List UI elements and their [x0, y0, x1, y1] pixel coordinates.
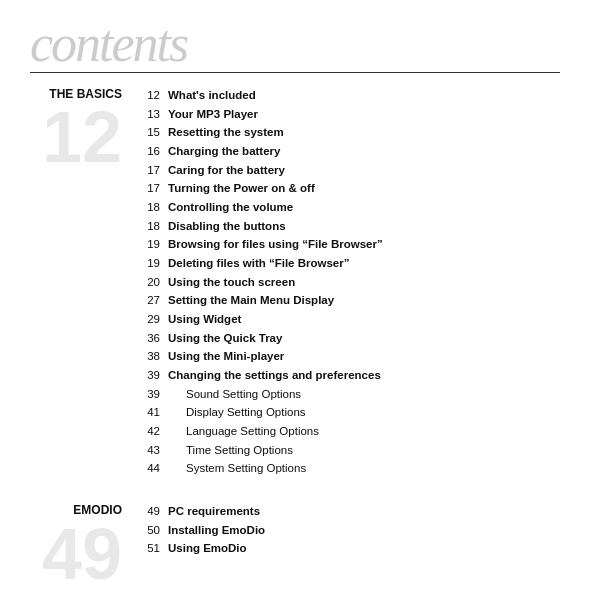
item-text: Using Widget	[168, 311, 560, 328]
item-number: 12	[140, 87, 168, 104]
item-text: Time Setting Options	[168, 442, 560, 459]
item-row: 20Using the touch screen	[140, 274, 560, 291]
item-row: 19Browsing for files using “File Browser…	[140, 236, 560, 253]
item-number: 44	[140, 460, 168, 477]
section-label-col-0: THE BASICS12	[30, 87, 140, 173]
item-row: 36Using the Quick Tray	[140, 330, 560, 347]
item-row: 19Deleting files with “File Browser”	[140, 255, 560, 272]
item-number: 27	[140, 292, 168, 309]
item-row: 29Using Widget	[140, 311, 560, 328]
item-row: 18Controlling the volume	[140, 199, 560, 216]
page: contents THE BASICS1212What's included13…	[0, 0, 590, 589]
item-number: 16	[140, 143, 168, 160]
item-text: Using EmoDio	[168, 540, 560, 557]
item-row: 39Changing the settings and preferences	[140, 367, 560, 384]
item-text: Sound Setting Options	[168, 386, 560, 403]
item-text: Installing EmoDio	[168, 522, 560, 539]
item-number: 42	[140, 423, 168, 440]
item-text: Resetting the system	[168, 124, 560, 141]
item-row: 39Sound Setting Options	[140, 386, 560, 403]
item-row: 50Installing EmoDio	[140, 522, 560, 539]
item-number: 13	[140, 106, 168, 123]
section-0: THE BASICS1212What's included13Your MP3 …	[30, 87, 560, 479]
item-number: 51	[140, 540, 168, 557]
item-number: 43	[140, 442, 168, 459]
section-label-col-1: EMODIO49	[30, 503, 140, 589]
item-number: 39	[140, 386, 168, 403]
item-number: 18	[140, 218, 168, 235]
item-number: 17	[140, 162, 168, 179]
item-number: 41	[140, 404, 168, 421]
sections: THE BASICS1212What's included13Your MP3 …	[30, 87, 560, 589]
item-number: 20	[140, 274, 168, 291]
item-text: Disabling the buttons	[168, 218, 560, 235]
item-number: 19	[140, 236, 168, 253]
item-text: Deleting files with “File Browser”	[168, 255, 560, 272]
item-row: 15Resetting the system	[140, 124, 560, 141]
item-row: 13Your MP3 Player	[140, 106, 560, 123]
item-number: 38	[140, 348, 168, 365]
item-row: 18Disabling the buttons	[140, 218, 560, 235]
title-divider	[30, 72, 560, 73]
item-number: 49	[140, 503, 168, 520]
section-items-0: 12What's included13Your MP3 Player15Rese…	[140, 87, 560, 479]
item-text: Caring for the battery	[168, 162, 560, 179]
item-row: 49PC requirements	[140, 503, 560, 520]
item-text: Setting the Main Menu Display	[168, 292, 560, 309]
item-number: 19	[140, 255, 168, 272]
item-number: 17	[140, 180, 168, 197]
section-big-number-0: 12	[42, 101, 122, 173]
item-row: 51Using EmoDio	[140, 540, 560, 557]
item-row: 38Using the Mini-player	[140, 348, 560, 365]
item-row: 16Charging the battery	[140, 143, 560, 160]
item-row: 12What's included	[140, 87, 560, 104]
item-text: Charging the battery	[168, 143, 560, 160]
item-text: Controlling the volume	[168, 199, 560, 216]
page-title: contents	[30, 18, 187, 70]
item-text: PC requirements	[168, 503, 560, 520]
item-row: 44System Setting Options	[140, 460, 560, 477]
item-number: 50	[140, 522, 168, 539]
section-items-1: 49PC requirements50Installing EmoDio51Us…	[140, 503, 560, 559]
item-row: 43Time Setting Options	[140, 442, 560, 459]
section-1: EMODIO4949PC requirements50Installing Em…	[30, 503, 560, 589]
item-text: Turning the Power on & off	[168, 180, 560, 197]
item-text: Changing the settings and preferences	[168, 367, 560, 384]
section-big-number-1: 49	[42, 518, 122, 590]
item-text: Browsing for files using “File Browser”	[168, 236, 560, 253]
item-number: 18	[140, 199, 168, 216]
item-row: 17Turning the Power on & off	[140, 180, 560, 197]
title-row: contents	[30, 18, 560, 70]
item-number: 15	[140, 124, 168, 141]
item-text: What's included	[168, 87, 560, 104]
item-text: Language Setting Options	[168, 423, 560, 440]
item-text: Using the touch screen	[168, 274, 560, 291]
item-row: 27Setting the Main Menu Display	[140, 292, 560, 309]
item-number: 39	[140, 367, 168, 384]
item-number: 29	[140, 311, 168, 328]
item-text: Using the Mini-player	[168, 348, 560, 365]
item-text: Display Setting Options	[168, 404, 560, 421]
item-text: System Setting Options	[168, 460, 560, 477]
item-row: 42Language Setting Options	[140, 423, 560, 440]
item-text: Your MP3 Player	[168, 106, 560, 123]
item-row: 17Caring for the battery	[140, 162, 560, 179]
item-row: 41Display Setting Options	[140, 404, 560, 421]
item-text: Using the Quick Tray	[168, 330, 560, 347]
item-number: 36	[140, 330, 168, 347]
